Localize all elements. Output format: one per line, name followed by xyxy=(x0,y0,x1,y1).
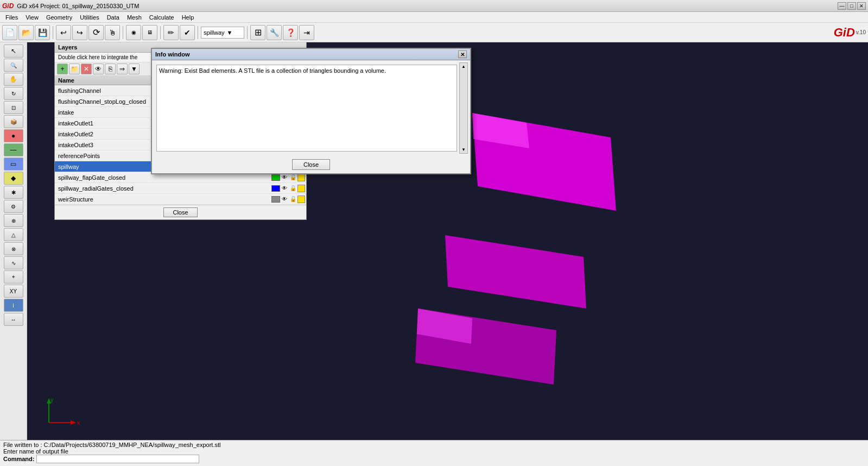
gid-logo-area: GiD v.10 xyxy=(834,26,866,40)
sep2 xyxy=(123,26,123,39)
layer-color-swatch xyxy=(271,174,280,181)
volume-btn[interactable]: ◆ xyxy=(4,172,23,185)
tool7-btn[interactable]: ⌖ xyxy=(4,270,23,284)
info-dialog-title: Info window xyxy=(155,51,190,58)
view3d-btn[interactable]: 📦 xyxy=(4,115,23,128)
menu-calculate[interactable]: Calculate xyxy=(146,13,178,22)
layer-visibility-icon[interactable]: 👁 xyxy=(280,184,289,193)
save-button[interactable]: 💾 xyxy=(35,25,50,40)
info-dialog-close-x-button[interactable]: ✕ xyxy=(458,51,467,58)
window-title: GiD x64 Project: 01_spillway_20150330_UT… xyxy=(17,3,139,9)
layer-edit-icon[interactable] xyxy=(297,174,305,181)
layers-btn[interactable]: ⊞ xyxy=(250,25,265,40)
undo-button[interactable]: ↩ xyxy=(56,25,71,40)
layers-close-button[interactable]: Close xyxy=(163,207,197,217)
render-button[interactable]: ◉ xyxy=(126,25,141,40)
fit-btn[interactable]: ⊡ xyxy=(4,101,23,114)
title-bar: GiD GiD x64 Project: 01_spillway_2015033… xyxy=(0,0,868,12)
open-button[interactable]: 📂 xyxy=(18,25,34,40)
point-btn[interactable]: ● xyxy=(4,129,23,142)
menu-utilities[interactable]: Utilities xyxy=(77,13,102,22)
new-button[interactable]: 📄 xyxy=(2,25,17,40)
layers-delete-btn[interactable]: ✕ xyxy=(81,64,92,74)
scroll-down-arrow[interactable]: ▼ xyxy=(461,147,466,152)
layers-add-btn[interactable]: + xyxy=(57,64,68,74)
gid-logo-text: GiD xyxy=(834,26,855,40)
info-dialog: Info window ✕ Warning: Exist Bad element… xyxy=(151,48,471,174)
conditions-btn[interactable]: 🔧 xyxy=(267,25,282,40)
layer-name: spillway_flapGate_closed xyxy=(56,174,271,181)
surface-btn[interactable]: ▭ xyxy=(4,158,23,171)
tool1-btn[interactable]: ✱ xyxy=(4,186,23,199)
layer-lock-icon[interactable]: 🔓 xyxy=(289,184,297,193)
tool2-btn[interactable]: ⚙ xyxy=(4,200,23,213)
layers-close-bar: Close xyxy=(55,205,306,219)
layer-dropdown[interactable]: spillway ▼ xyxy=(201,27,244,39)
sep4 xyxy=(198,26,198,39)
layers-filter-btn[interactable]: ▼ xyxy=(129,64,140,74)
layers-folder-btn[interactable]: 📁 xyxy=(69,64,80,74)
layer-visibility-icon[interactable]: 👁 xyxy=(280,195,289,204)
rotate-button[interactable]: ⟳ xyxy=(88,25,104,40)
menu-geometry[interactable]: Geometry xyxy=(43,13,75,22)
maximize-button[interactable]: □ xyxy=(847,2,856,10)
layers-copy-btn[interactable]: ⎘ xyxy=(105,64,116,74)
tool8-btn[interactable]: XY xyxy=(4,285,23,298)
layer-edit-icon[interactable] xyxy=(297,185,305,192)
check-button[interactable]: ✔ xyxy=(180,25,195,40)
menu-data[interactable]: Data xyxy=(104,13,123,22)
sep1 xyxy=(53,26,53,39)
minimize-button[interactable]: — xyxy=(838,2,846,10)
command-input[interactable] xyxy=(36,455,199,463)
select-btn[interactable]: ↖ xyxy=(4,45,23,58)
tool9-btn[interactable]: i xyxy=(4,299,23,312)
menu-help[interactable]: Help xyxy=(179,13,198,22)
menu-view[interactable]: View xyxy=(22,13,42,22)
scroll-up-arrow[interactable]: ▲ xyxy=(461,64,466,69)
exit-btn[interactable]: ⇥ xyxy=(299,25,314,40)
layer-edit-icon[interactable] xyxy=(297,196,305,203)
rotate3d-btn[interactable]: ↻ xyxy=(4,87,23,100)
tool5-btn[interactable]: ⊗ xyxy=(4,242,23,255)
sep3 xyxy=(160,26,161,39)
menu-files[interactable]: Files xyxy=(2,13,21,22)
y-axis-label: y xyxy=(50,396,54,403)
scrollbar[interactable]: ▲ ▼ xyxy=(459,62,468,154)
main-area: ↖ 🔍 ✋ ↻ ⊡ 📦 ● — ▭ ◆ ✱ ⚙ ⊕ △ ⊗ ∿ ⌖ XY i ↔ xyxy=(0,42,868,440)
left-toolbar: ↖ 🔍 ✋ ↻ ⊡ 📦 ● — ▭ ◆ ✱ ⚙ ⊕ △ ⊗ ∿ ⌖ XY i ↔ xyxy=(0,42,27,440)
sep5 xyxy=(247,26,248,39)
redo-button[interactable]: ↪ xyxy=(72,25,87,40)
tool6-btn[interactable]: ∿ xyxy=(4,256,23,269)
layer-row[interactable]: spillway_radialGates_closed 👁 🔓 xyxy=(55,183,306,194)
menu-bar: Files View Geometry Utilities Data Mesh … xyxy=(0,12,868,23)
tool3-btn[interactable]: ⊕ xyxy=(4,214,23,227)
help-btn[interactable]: ❓ xyxy=(283,25,298,40)
info-dialog-titlebar: Info window ✕ xyxy=(152,49,470,60)
tool4-btn[interactable]: △ xyxy=(4,228,23,241)
command-line: Command: xyxy=(3,455,865,463)
layer-color-swatch xyxy=(271,196,280,203)
status-bar: File written to : C:/Data/Projects/63800… xyxy=(0,440,868,466)
cursor-button[interactable]: 🖱 xyxy=(105,25,120,40)
draw-button[interactable]: ✏ xyxy=(163,25,179,40)
gid-version: v.10 xyxy=(856,29,866,35)
tool10-btn[interactable]: ↔ xyxy=(4,313,23,326)
menu-mesh[interactable]: Mesh xyxy=(124,13,145,22)
toolbar: 📄 📂 💾 ↩ ↪ ⟳ 🖱 ◉ 🖥 ✏ ✔ spillway ▼ ⊞ 🔧 ❓ ⇥… xyxy=(0,23,868,42)
close-window-button[interactable]: ✕ xyxy=(857,2,866,10)
pan-btn[interactable]: ✋ xyxy=(4,73,23,86)
screen-button[interactable]: 🖥 xyxy=(142,25,157,40)
layers-view-btn[interactable]: 👁 xyxy=(93,64,104,74)
dropdown-arrow: ▼ xyxy=(227,29,233,36)
axes-svg: x y xyxy=(38,395,81,433)
command-label: Command: xyxy=(3,456,34,462)
info-dialog-close-button[interactable]: Close xyxy=(292,159,330,170)
zoom-btn[interactable]: 🔍 xyxy=(4,59,23,72)
layers-title: Layers xyxy=(58,44,77,51)
integrate-label: Double click here to integrate the xyxy=(58,54,137,60)
line-btn[interactable]: — xyxy=(4,143,23,156)
canvas-area: Layers Double click here to integrate th… xyxy=(27,42,868,440)
layers-merge-btn[interactable]: ⇒ xyxy=(117,64,128,74)
layer-row[interactable]: weirStructure 👁 🔓 xyxy=(55,194,306,205)
layer-lock-icon[interactable]: 🔓 xyxy=(289,195,297,204)
